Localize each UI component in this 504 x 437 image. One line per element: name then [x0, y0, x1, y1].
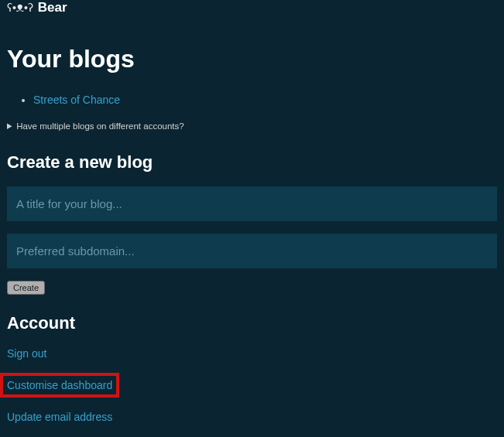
list-item: Update email address — [7, 411, 497, 423]
account-heading: Account — [7, 313, 497, 333]
multiple-accounts-disclosure[interactable]: Have multiple blogs on different account… — [7, 121, 497, 131]
list-item: Sign out — [7, 347, 497, 360]
subdomain-input[interactable] — [7, 234, 497, 268]
account-links: Sign out Customise dashboard Update emai… — [7, 347, 497, 437]
create-button[interactable]: Create — [7, 281, 45, 295]
sign-out-link[interactable]: Sign out — [7, 347, 46, 360]
blog-title-input[interactable] — [7, 186, 497, 221]
list-item: Customise dashboard — [7, 373, 497, 398]
highlight-box: Customise dashboard — [0, 373, 119, 398]
multiple-accounts-summary[interactable]: Have multiple blogs on different account… — [7, 121, 497, 131]
list-item: Streets of Chance — [33, 94, 497, 106]
logo[interactable]: ʕ•ᴥ•ʔ Bear — [7, 0, 497, 15]
update-email-link[interactable]: Update email address — [7, 411, 112, 423]
bear-face-icon: ʕ•ᴥ•ʔ — [7, 2, 33, 15]
blog-link[interactable]: Streets of Chance — [33, 94, 120, 106]
customise-dashboard-link[interactable]: Customise dashboard — [7, 379, 112, 391]
your-blogs-heading: Your blogs — [7, 45, 497, 73]
logo-text: Bear — [38, 0, 67, 15]
create-blog-heading: Create a new blog — [7, 152, 497, 172]
blog-list: Streets of Chance — [7, 94, 497, 106]
